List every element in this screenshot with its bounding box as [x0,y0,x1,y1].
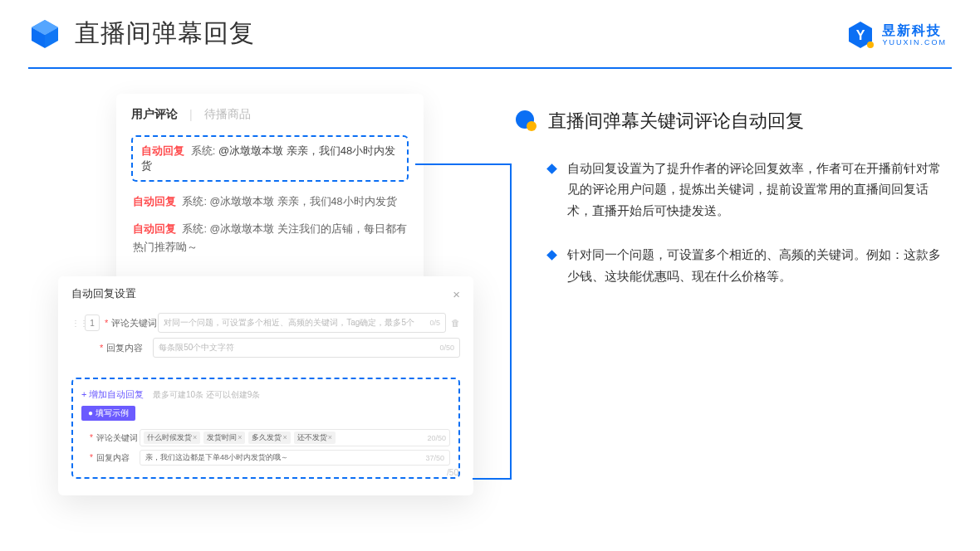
chip[interactable]: 还不发货× [294,432,336,444]
section-title: 直播间弹幕关键词评论自动回复 [548,109,804,134]
autoreply-tag: 自动回复 [133,223,176,235]
system-label: 系统: [182,196,206,207]
svg-point-5 [867,41,874,48]
content-label: 回复内容 [106,342,153,354]
side-count: /50 [447,468,458,477]
example-keyword-input[interactable]: 什么时候发货× 发货时间× 多久发货× 还不发货× 20/50 [140,429,450,446]
required-dot: * [90,433,93,442]
autoreply-tag: 自动回复 [141,144,184,157]
bullet-item: 自动回复设置为了提升作者的评论回复效率，作者可在开播前针对常见的评论用户问题，提… [548,158,947,222]
chip[interactable]: 发货时间× [203,432,245,444]
char-count: 0/50 [439,344,454,352]
svg-point-7 [527,121,537,131]
tab-separator: | [189,108,193,121]
connector-line [473,478,512,480]
input-value: 亲，我们这边都是下单48小时内发货的哦～ [145,452,288,463]
char-count: 37/50 [425,454,444,462]
highlighted-comment: 自动回复 系统: @冰墩墩本墩 亲亲，我们48小时内发货 [131,135,409,182]
placeholder: 每条限50个中文字符 [159,342,234,354]
diamond-icon [546,250,557,261]
autoreply-settings-modal: 自动回复设置 × ⋮⋮ 1 * 评论关键词 对同一个问题，可设置多个相近、高频的… [58,276,473,495]
required-dot: * [100,343,103,353]
example-content-label: 回复内容 [96,452,140,464]
add-autoreply-link[interactable]: + 增加自动回复 [81,389,144,399]
required-dot: * [90,453,93,462]
comment-text: @冰墩墩本墩 亲亲，我们48小时内发货 [209,196,396,207]
connector-line [510,164,512,480]
connector-line [415,163,512,165]
bullet-text: 自动回复设置为了提升作者的评论回复效率，作者可在开播前针对常见的评论用户问题，提… [567,158,947,222]
brand-domain: YUUXIN.COM [882,39,947,46]
example-keyword-label: 评论关键词 [96,432,140,444]
drag-handle-icon[interactable]: ⋮⋮ [71,319,80,328]
list-item: 自动回复 系统: @冰墩墩本墩 关注我们的店铺，每日都有热门推荐呦～ [133,221,407,256]
index-box: 1 [85,315,100,331]
autoreply-tag: 自动回复 [133,196,176,207]
delete-icon[interactable]: 🗑 [451,318,460,328]
brand-name: 昱新科技 [882,24,947,37]
example-box: + 增加自动回复 最多可建10条 还可以创建9条 ● 填写示例 * 评论关键词 … [71,378,460,479]
keyword-label: 评论关键词 [111,317,158,329]
brand-logo-block: Y 昱新科技 YUUXIN.COM [845,20,947,50]
tab-pending-goods[interactable]: 待播商品 [204,107,251,122]
modal-title: 自动回复设置 [71,286,136,301]
chip[interactable]: 多久发货× [248,432,290,444]
example-pill: ● 填写示例 [81,406,135,421]
bullet-item: 针对同一个问题，可设置多个相近的、高频的关键词。例如：这款多少钱、这块能优惠吗、… [548,245,947,287]
placeholder: 对同一个问题，可设置多个相近、高频的关键词，Tag确定，最多5个 [164,317,414,329]
add-hint: 最多可建10条 还可以创建9条 [153,390,260,399]
content-input[interactable]: 每条限50个中文字符 0/50 [153,338,460,358]
chat-bubble-icon [515,110,538,133]
required-dot: * [105,318,108,328]
comments-card: 用户评论 | 待播商品 自动回复 系统: @冰墩墩本墩 亲亲，我们48小时内发货… [116,94,424,288]
system-label: 系统: [182,223,206,235]
cube-icon [28,17,61,51]
brand-logo-icon: Y [845,20,875,50]
bullet-text: 针对同一个问题，可设置多个相近的、高频的关键词。例如：这款多少钱、这块能优惠吗、… [567,245,947,287]
diamond-icon [546,163,557,174]
close-icon[interactable]: × [453,287,460,301]
page-title: 直播间弹幕回复 [75,17,255,51]
svg-text:Y: Y [856,28,865,42]
keyword-input[interactable]: 对同一个问题，可设置多个相近、高频的关键词，Tag确定，最多5个 0/5 [158,313,446,333]
chip[interactable]: 什么时候发货× [144,432,200,444]
list-item: 自动回复 系统: @冰墩墩本墩 亲亲，我们48小时内发货 [133,193,407,211]
example-content-input[interactable]: 亲，我们这边都是下单48小时内发货的哦～ 37/50 [140,450,450,466]
char-count: 20/50 [427,434,446,442]
system-label: 系统: [191,144,216,157]
tab-user-comments[interactable]: 用户评论 [131,107,178,122]
char-count: 0/5 [429,319,440,327]
